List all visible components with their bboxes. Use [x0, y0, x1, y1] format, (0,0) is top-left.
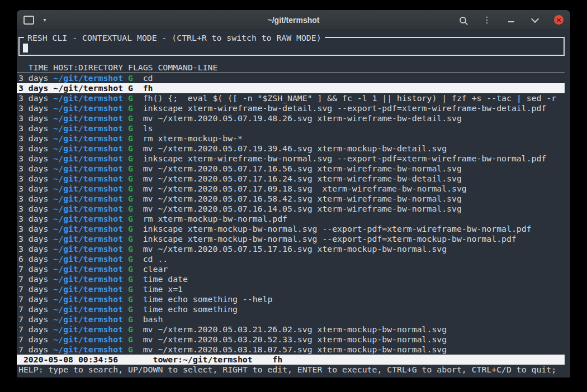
- titlebar-right-group: ⋮ ×: [458, 13, 564, 27]
- history-row[interactable]: 3 days~/git/termshotGls: [17, 123, 565, 133]
- row-host-directory: ~/git/termshot: [53, 123, 128, 133]
- row-time: 3 days: [18, 103, 53, 113]
- row-host-directory: ~/git/termshot: [53, 244, 128, 254]
- row-command: mv ~/xterm.2020.05.07.15.17.16.svg xterm…: [143, 244, 447, 254]
- history-row[interactable]: 7 days~/git/termshotGtime echo something: [17, 304, 565, 314]
- history-row[interactable]: 3 days~/git/termshotGinkscape xterm-mock…: [17, 234, 565, 244]
- history-row[interactable]: 3 days~/git/termshotGmv ~/xterm.2020.05.…: [17, 113, 565, 123]
- row-host-directory: ~/git/termshot: [53, 274, 128, 284]
- text-cursor: [23, 44, 28, 52]
- close-button[interactable]: ×: [554, 15, 564, 25]
- row-host-directory: ~/git/termshot: [53, 133, 128, 144]
- row-command: time date: [143, 274, 188, 284]
- row-flags: G: [128, 214, 143, 224]
- row-host-directory: ~/git/termshot: [53, 345, 128, 355]
- row-time: 3 days: [18, 83, 53, 93]
- row-time: 3 days: [18, 154, 53, 164]
- row-command: rm xterm-mockup-bw-*: [143, 133, 243, 144]
- row-time: 3 days: [18, 73, 53, 83]
- row-host-directory: ~/git/termshot: [53, 294, 128, 304]
- terminal-screen[interactable]: RESH CLI - CONTEXTUAL MODE - (CTRL+R to …: [17, 30, 570, 375]
- row-host-directory: ~/git/termshot: [53, 73, 128, 83]
- row-command: time echo something: [143, 304, 238, 314]
- history-row[interactable]: 3 days~/git/termshotGinkscape xterm-wire…: [17, 154, 565, 164]
- row-time: 3 days: [18, 184, 53, 194]
- minimize-button[interactable]: [506, 13, 516, 27]
- history-row[interactable]: 3 days~/git/termshotGmv ~/xterm.2020.05.…: [17, 184, 565, 194]
- row-flags: G: [128, 93, 143, 103]
- row-flags: G: [128, 123, 143, 133]
- row-host-directory: ~/git/termshot: [53, 93, 128, 103]
- history-row[interactable]: 7 days~/git/termshotGmv ~/xterm.2020.05.…: [17, 324, 565, 334]
- row-time: 7 days: [18, 314, 53, 324]
- row-command: inkscape xterm-wireframe-bw-detail.svg -…: [143, 103, 547, 113]
- row-time: 7 days: [18, 294, 53, 304]
- titlebar[interactable]: ▾ ~/git/termshot ⋮ ×: [17, 10, 570, 30]
- row-host-directory: ~/git/termshot: [53, 154, 128, 164]
- row-host-directory: ~/git/termshot: [53, 194, 128, 204]
- window-title: ~/git/termshot: [95, 16, 492, 25]
- row-command: mv ~/xterm.2020.05.07.16.14.05.svg xterm…: [143, 204, 462, 214]
- row-host-directory: ~/git/termshot: [53, 234, 128, 244]
- history-row[interactable]: 3 days~/git/termshotGmv ~/xterm.2020.05.…: [17, 174, 565, 184]
- history-row[interactable]: 7 days~/git/termshotGtime date: [17, 274, 565, 284]
- history-row[interactable]: 3 days~/git/termshotGmv ~/xterm.2020.05.…: [17, 164, 565, 174]
- history-row[interactable]: 7 days~/git/termshotGmv ~/xterm.2020.05.…: [17, 334, 565, 345]
- row-host-directory: ~/git/termshot: [53, 304, 128, 314]
- row-host-directory: ~/git/termshot: [53, 284, 128, 294]
- row-command: mv ~/xterm.2020.05.07.17.16.24.svg xterm…: [143, 174, 462, 184]
- resh-search-box: RESH CLI - CONTEXTUAL MODE - (CTRL+R to …: [18, 37, 565, 56]
- search-input[interactable]: [22, 42, 561, 52]
- row-time: 7 days: [18, 264, 53, 274]
- history-list: 3 days~/git/termshotGcd3 days~/git/terms…: [17, 73, 565, 355]
- row-host-directory: ~/git/termshot: [53, 174, 128, 184]
- history-row[interactable]: 7 days~/git/termshotGmv ~/xterm.2020.05.…: [17, 345, 565, 355]
- history-row[interactable]: 3 days~/git/termshotGmv ~/xterm.2020.05.…: [17, 194, 565, 204]
- history-row[interactable]: 3 days~/git/termshotGcd: [17, 73, 565, 83]
- row-flags: G: [128, 133, 143, 144]
- row-flags: G: [128, 83, 143, 93]
- row-flags: G: [128, 264, 143, 274]
- row-flags: G: [128, 244, 143, 254]
- history-row[interactable]: 3 days~/git/termshotGmv ~/xterm.2020.05.…: [17, 144, 565, 154]
- row-flags: G: [128, 164, 143, 174]
- row-command: inkscape xterm-wireframe-bw-normal.svg -…: [143, 154, 547, 164]
- restore-button[interactable]: [530, 13, 540, 27]
- new-tab-button[interactable]: [23, 13, 34, 27]
- row-host-directory: ~/git/termshot: [53, 224, 128, 234]
- history-row[interactable]: 7 days~/git/termshotGbash: [17, 314, 565, 324]
- row-time: 7 days: [18, 304, 53, 314]
- history-row[interactable]: 3 days~/git/termshotGinkscape xterm-mock…: [17, 224, 565, 234]
- row-command: time echo something --help: [143, 294, 273, 304]
- row-host-directory: ~/git/termshot: [53, 184, 128, 194]
- row-flags: G: [128, 224, 143, 234]
- row-command: mv ~/xterm.2020.05.07.19.39.46.svg xterm…: [143, 144, 447, 154]
- history-row[interactable]: 3 days~/git/termshotGfh() {; eval $( ([ …: [17, 93, 565, 103]
- history-row[interactable]: 3 days~/git/termshotGfh: [17, 83, 565, 93]
- menu-button[interactable]: ⋮: [482, 13, 492, 27]
- row-command: cd ..: [143, 254, 168, 264]
- history-row[interactable]: 7 days~/git/termshotGtime x=1: [17, 284, 565, 294]
- history-row[interactable]: 7 days~/git/termshotGclear: [17, 264, 565, 274]
- row-host-directory: ~/git/termshot: [53, 144, 128, 154]
- history-row[interactable]: 3 days~/git/termshotGmv ~/xterm.2020.05.…: [17, 204, 565, 214]
- row-time: 7 days: [18, 334, 53, 345]
- row-time: 3 days: [18, 224, 53, 234]
- history-row[interactable]: 3 days~/git/termshotGrm xterm-mockup-bw-…: [17, 214, 565, 224]
- row-host-directory: ~/git/termshot: [53, 254, 128, 264]
- row-time: 3 days: [18, 214, 53, 224]
- history-row[interactable]: 3 days~/git/termshotGrm xterm-mockup-bw-…: [17, 133, 565, 144]
- history-row[interactable]: 6 days~/git/termshotGcd ..: [17, 254, 565, 264]
- row-host-directory: ~/git/termshot: [53, 314, 128, 324]
- row-time: 3 days: [18, 123, 53, 133]
- row-time: 3 days: [18, 144, 53, 154]
- row-flags: G: [128, 103, 143, 113]
- search-button[interactable]: [458, 13, 468, 27]
- history-row[interactable]: 7 days~/git/termshotGtime echo something…: [17, 294, 565, 304]
- history-row[interactable]: 3 days~/git/termshotGmv ~/xterm.2020.05.…: [17, 244, 565, 254]
- tabs-dropdown-button[interactable]: ▾: [40, 13, 50, 27]
- row-command: mv ~/xterm.2020.05.03.20.52.33.svg xterm…: [143, 334, 447, 345]
- row-time: 6 days: [18, 254, 53, 264]
- history-row[interactable]: 3 days~/git/termshotGinkscape xterm-wire…: [17, 103, 565, 113]
- row-flags: G: [128, 274, 143, 284]
